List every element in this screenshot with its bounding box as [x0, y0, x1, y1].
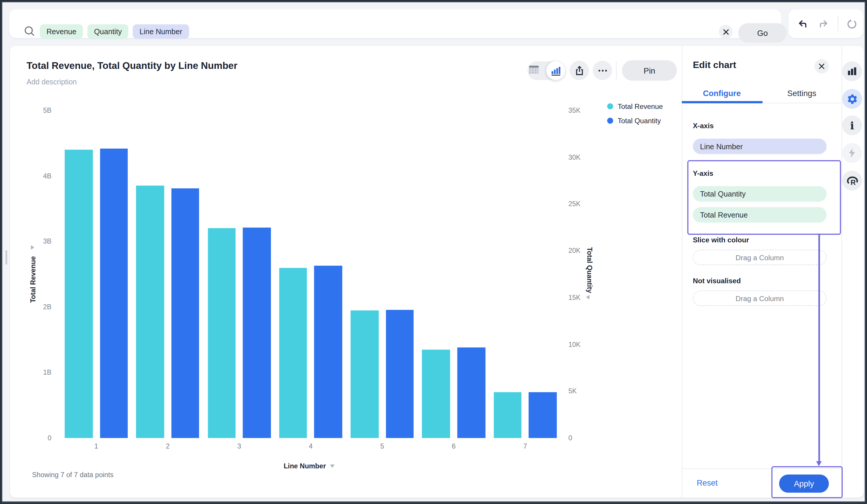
bar-total-revenue — [136, 186, 164, 438]
left-axis-tick: 4B — [24, 172, 52, 180]
y-axis-field-chip[interactable]: Total Revenue — [693, 207, 827, 222]
toolbar-divider — [838, 16, 838, 32]
bar-total-revenue — [279, 268, 307, 438]
not-visualised-section-label: Not visualised — [693, 277, 741, 285]
x-axis-field-chip[interactable]: Line Number — [693, 139, 827, 154]
clear-query-button[interactable] — [719, 25, 732, 39]
left-axis-tick: 2B — [24, 303, 52, 311]
bar-total-revenue — [494, 392, 522, 438]
bar-total-quantity — [457, 347, 485, 438]
x-axis-sort-icon — [330, 464, 334, 468]
y-axis-chip-list: Total QuantityTotal Revenue — [693, 186, 827, 228]
right-axis-sort-icon — [586, 295, 589, 299]
settings-gear-icon[interactable] — [842, 89, 862, 109]
left-axis-tick: 1B — [24, 368, 52, 377]
left-axis-title[interactable]: Total Revenue — [29, 256, 37, 303]
svg-text:R: R — [850, 178, 856, 186]
x-axis-section-label: X-axis — [693, 121, 714, 130]
slice-dropzone[interactable]: Drag a Column — [693, 250, 827, 265]
x-axis-tick: 7 — [514, 442, 536, 450]
bar-chart-icon[interactable] — [842, 61, 862, 81]
tab-settings[interactable]: Settings — [762, 89, 842, 98]
x-axis-tick: 2 — [157, 442, 179, 450]
apply-button[interactable]: Apply — [779, 474, 829, 493]
info-icon[interactable]: i — [842, 115, 862, 135]
right-axis-tick: 0 — [569, 434, 602, 442]
x-axis-chip-list: Line Number — [693, 139, 827, 160]
panel-title: Edit chart — [693, 59, 736, 71]
reset-button[interactable]: Reset — [697, 478, 718, 487]
right-axis-tick: 30K — [569, 153, 602, 162]
bar-total-quantity — [171, 188, 199, 438]
history-toolbar — [788, 9, 863, 38]
app-window: RevenueQuantityLine Number Go — [0, 0, 867, 504]
x-axis-tick: 1 — [85, 442, 107, 450]
bar-total-revenue — [207, 228, 236, 438]
bar-total-revenue — [65, 150, 93, 438]
x-axis-tick: 3 — [228, 442, 250, 450]
bar-total-quantity — [529, 392, 557, 438]
panel-left-border — [682, 46, 682, 497]
right-axis-tick: 20K — [569, 246, 602, 255]
x-axis-tick: 6 — [442, 442, 465, 450]
right-axis-tick: 35K — [569, 106, 602, 115]
right-axis-title[interactable]: Total Quantity — [586, 247, 593, 293]
x-axis-tick: 5 — [371, 442, 394, 450]
active-tab-underline — [682, 101, 762, 103]
r-logo-icon[interactable]: R — [842, 171, 862, 191]
bar-total-revenue — [351, 310, 378, 438]
right-axis-tick: 15K — [569, 293, 602, 302]
bar-total-quantity — [386, 310, 414, 438]
panel-close-icon[interactable] — [814, 59, 829, 73]
x-axis-title[interactable]: Line Number — [283, 462, 326, 470]
left-axis-sort-icon — [31, 245, 34, 250]
bar-total-quantity — [314, 266, 342, 438]
bar-total-quantity — [243, 228, 271, 438]
x-axis-tick: 4 — [300, 442, 322, 450]
redo-icon[interactable] — [819, 20, 828, 30]
tab-configure[interactable]: Configure — [682, 89, 762, 98]
bar-total-quantity — [100, 149, 128, 438]
refresh-icon[interactable] — [847, 19, 857, 32]
slice-section-label: Slice with colour — [693, 236, 749, 244]
not-visualised-dropzone[interactable]: Drag a Column — [693, 291, 827, 306]
y-axis-field-chip[interactable]: Total Quantity — [693, 186, 827, 201]
panel-footer-border — [682, 468, 842, 469]
right-axis-tick: 5K — [569, 387, 602, 396]
rail-left-border — [842, 46, 842, 497]
right-axis-tick: 10K — [569, 340, 602, 349]
y-axis-section-label: Y-axis — [693, 169, 713, 177]
lightning-icon[interactable] — [842, 143, 862, 163]
datapoint-count-note: Showing 7 of 7 data points — [32, 471, 114, 479]
bar-chart-plot: 01B2B3B4B5B05K10K15K20K25K30K35K1234567 — [2, 2, 682, 498]
undo-icon[interactable] — [798, 20, 807, 30]
go-button[interactable]: Go — [738, 23, 786, 42]
right-axis-tick: 25K — [569, 200, 602, 208]
bar-total-revenue — [422, 350, 450, 438]
left-axis-tick: 5B — [24, 106, 52, 115]
left-axis-tick: 3B — [24, 237, 52, 246]
left-axis-tick: 0 — [24, 434, 52, 442]
